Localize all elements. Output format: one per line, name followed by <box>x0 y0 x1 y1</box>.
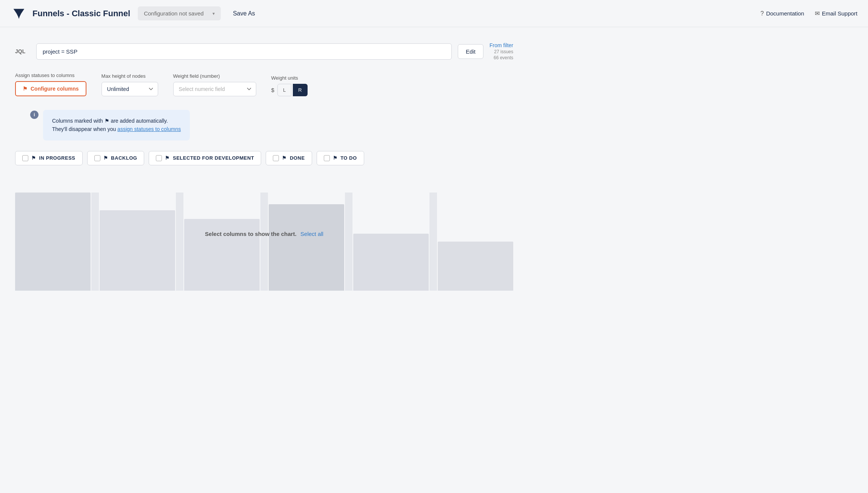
max-height-select[interactable]: Unlimited <box>102 82 158 96</box>
column-pill-todo[interactable]: ⚑ TO DO <box>317 151 364 165</box>
funnel-connector-2 <box>176 193 183 291</box>
weight-units-controls: $ L R <box>271 84 308 96</box>
flag-icon: ⚑ <box>23 86 28 92</box>
flag-icon-done: ⚑ <box>282 155 287 161</box>
controls-row: Assign statuses to columns ⚑ Configure c… <box>15 72 513 96</box>
configure-columns-button[interactable]: ⚑ Configure columns <box>15 81 86 96</box>
info-banner: Columns marked with ⚑ are added automati… <box>43 110 190 140</box>
weight-r-button[interactable]: R <box>293 84 307 96</box>
weight-units-group: Weight units $ L R <box>271 75 308 96</box>
weight-field-group: Weight field (number) Select numeric fie… <box>173 73 256 96</box>
funnel-connector-1 <box>91 193 99 291</box>
column-label-backlog: BACKLOG <box>111 155 137 161</box>
from-filter-area: From filter 27 issues 66 events <box>489 42 513 60</box>
main-content: JQL Edit From filter 27 issues 66 events… <box>0 27 528 306</box>
max-height-group: Max height of nodes Unlimited <box>102 73 158 96</box>
weight-units-label: Weight units <box>271 75 308 81</box>
column-checkbox-todo[interactable] <box>324 155 330 161</box>
weight-field-label: Weight field (number) <box>173 73 256 79</box>
column-label-in-progress: IN PROGRESS <box>39 155 75 161</box>
column-checkbox-done[interactable] <box>273 155 279 161</box>
column-pill-in-progress[interactable]: ⚑ IN PROGRESS <box>15 151 83 165</box>
flag-icon-backlog: ⚑ <box>103 155 108 161</box>
funnel-bar-1 <box>15 193 91 291</box>
flag-symbol: ⚑ <box>105 118 109 124</box>
config-dropdown[interactable]: Configuration not saved ▾ <box>138 6 221 20</box>
flag-icon-in-progress: ⚑ <box>31 155 36 161</box>
email-icon: ✉ <box>815 10 820 17</box>
email-support-label: Email Support <box>822 10 857 17</box>
issues-count: 27 issues <box>494 49 513 54</box>
flag-icon-todo: ⚑ <box>333 155 338 161</box>
dollar-sign: $ <box>271 87 274 93</box>
assign-label: Assign statuses to columns <box>15 72 86 78</box>
funnel-connector-5 <box>429 193 437 291</box>
chart-message: Select columns to show the chart. <box>205 231 297 237</box>
assign-statuses-group: Assign statuses to columns ⚑ Configure c… <box>15 72 86 96</box>
email-support-link[interactable]: ✉ Email Support <box>815 10 857 17</box>
weight-field-select[interactable]: Select numeric field <box>173 82 256 96</box>
assign-statuses-link[interactable]: assign statuses to columns <box>117 126 181 132</box>
info-banner-area: i Columns marked with ⚑ are added automa… <box>30 110 513 140</box>
chart-overlay: Select columns to show the chart. Select… <box>196 225 332 243</box>
column-pill-backlog[interactable]: ⚑ BACKLOG <box>87 151 145 165</box>
column-checkbox-in-progress[interactable] <box>22 155 28 161</box>
events-count: 66 events <box>494 55 513 60</box>
header-links: ? Documentation ✉ Email Support <box>760 10 857 17</box>
column-checkbox-selected-for-dev[interactable] <box>156 155 162 161</box>
funnel-bar-2 <box>100 210 175 291</box>
column-checkbox-backlog[interactable] <box>94 155 100 161</box>
save-as-button[interactable]: Save As <box>228 7 260 20</box>
funnel-chart-container: Select columns to show the chart. Select… <box>15 177 513 291</box>
app-logo-icon <box>11 5 27 22</box>
column-label-selected-for-dev: SELECTED FOR DEVELOPMENT <box>173 155 254 161</box>
column-pill-selected-for-dev[interactable]: ⚑ SELECTED FOR DEVELOPMENT <box>149 151 261 165</box>
funnel-bar-5 <box>353 234 429 291</box>
chevron-down-icon: ▾ <box>212 11 215 16</box>
flag-icon-selected-for-dev: ⚑ <box>165 155 170 161</box>
funnel-connector-4 <box>345 193 352 291</box>
documentation-link[interactable]: ? Documentation <box>760 10 804 17</box>
from-filter-link[interactable]: From filter <box>489 42 513 48</box>
select-all-link[interactable]: Select all <box>300 231 323 237</box>
column-label-todo: TO DO <box>340 155 357 161</box>
question-icon: ? <box>760 10 764 17</box>
column-label-done: DONE <box>290 155 305 161</box>
header: Funnels - Classic Funnel Configuration n… <box>0 0 868 27</box>
jql-row: JQL Edit From filter 27 issues 66 events <box>15 42 513 60</box>
info-icon: i <box>30 111 38 119</box>
jql-label: JQL <box>15 48 30 54</box>
app-title: Funnels - Classic Funnel <box>32 9 130 18</box>
max-height-label: Max height of nodes <box>102 73 158 79</box>
edit-button[interactable]: Edit <box>458 44 483 59</box>
configure-cols-label: Configure columns <box>31 86 79 92</box>
funnel-bar-4 <box>269 204 344 291</box>
columns-row: ⚑ IN PROGRESS ⚑ BACKLOG ⚑ SELECTED FOR D… <box>15 151 513 165</box>
info-main-text: Columns marked with ⚑ are added automati… <box>52 118 168 124</box>
documentation-label: Documentation <box>766 10 804 17</box>
jql-input[interactable] <box>36 43 452 60</box>
funnel-bar-6 <box>438 242 513 291</box>
config-label: Configuration not saved <box>144 10 203 17</box>
logo-area: Funnels - Classic Funnel <box>11 5 130 22</box>
column-pill-done[interactable]: ⚑ DONE <box>266 151 312 165</box>
info-sub-text: They'll disappear when you <box>52 126 116 132</box>
weight-l-button[interactable]: L <box>277 84 291 96</box>
